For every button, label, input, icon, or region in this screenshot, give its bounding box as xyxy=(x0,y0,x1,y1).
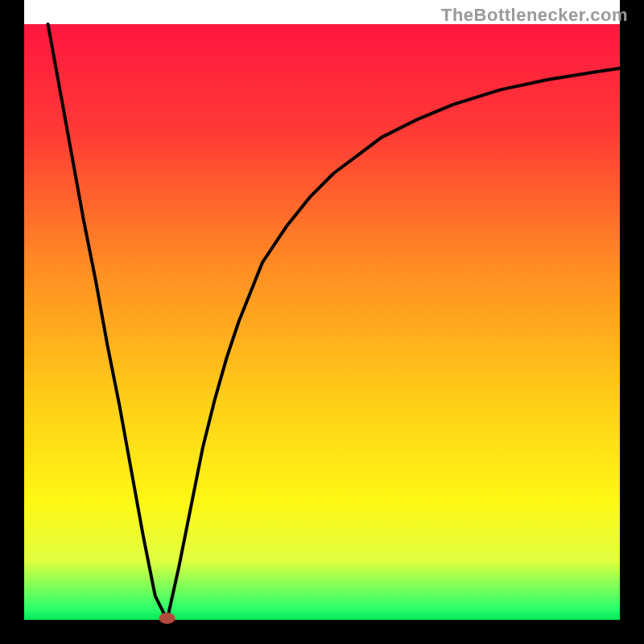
watermark: TheBottlenecker.com xyxy=(441,5,628,26)
axis-bottom xyxy=(0,620,644,644)
optimal-marker xyxy=(159,613,175,624)
axis-left xyxy=(0,0,24,644)
chart-canvas xyxy=(0,0,644,644)
plot-gradient xyxy=(24,24,620,620)
axis-right xyxy=(620,0,644,644)
